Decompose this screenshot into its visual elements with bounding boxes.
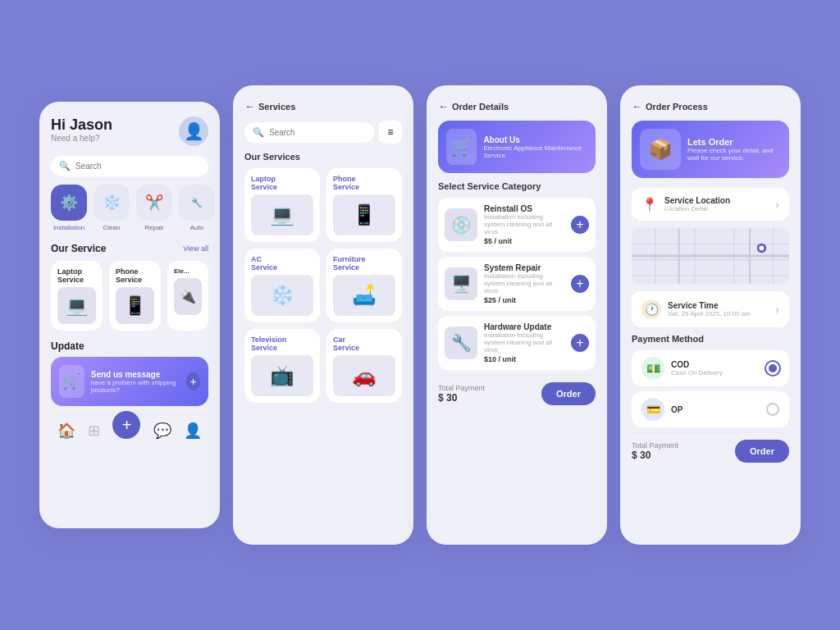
- service-ac[interactable]: ACService ❄️: [244, 249, 320, 322]
- page-title: Order Details: [452, 102, 509, 112]
- banner-desc: Please check your detail, and wait for o…: [687, 147, 781, 162]
- add-service-button[interactable]: +: [571, 334, 589, 352]
- service-television[interactable]: TelevisionService 📺: [244, 329, 320, 403]
- nav-profile[interactable]: 👤: [184, 422, 202, 440]
- service-furniture[interactable]: FurnitureService 🛋️: [326, 249, 402, 322]
- category-repair[interactable]: ✂️ Repair: [136, 185, 172, 231]
- service-item-price: $5 / unit: [484, 237, 564, 245]
- services-grid: LaptopService 💻 PhoneService 📱 ACService…: [244, 168, 402, 403]
- lets-order-banner: 📦 Lets Order Please check your detail, a…: [632, 121, 789, 178]
- filter-button[interactable]: ≡: [379, 121, 402, 144]
- service-item-name: Hardware Update: [484, 322, 564, 331]
- category-clean[interactable]: ❄️ Clean: [94, 185, 130, 231]
- service-car[interactable]: CarService 🚗: [326, 329, 402, 403]
- service-card-phone[interactable]: PhoneService 📱: [109, 261, 161, 331]
- category-label: Repair: [144, 224, 164, 231]
- update-action-button[interactable]: +: [186, 372, 200, 390]
- location-icon: 📍: [641, 197, 658, 212]
- nav-add-button[interactable]: +: [112, 411, 140, 439]
- total-payment-amount: $ 30: [438, 392, 485, 404]
- phone-image: 📱: [116, 287, 154, 324]
- view-all-link[interactable]: View all: [183, 244, 208, 253]
- cod-radio-selected[interactable]: [766, 362, 779, 375]
- back-button-process[interactable]: ← Order Process: [632, 100, 789, 112]
- service-card-laptop[interactable]: LaptopService 💻: [51, 261, 103, 331]
- service-location-row[interactable]: 📍 Service Location Location Detail ›: [632, 188, 789, 221]
- search-input-services[interactable]: [269, 128, 366, 137]
- service-name: Ele...: [174, 267, 202, 275]
- services-section-title: Our Services: [244, 152, 402, 162]
- order-bottom-bar: Total Payment $ 30 Order: [438, 375, 596, 405]
- category-installation[interactable]: ⚙️ Installation: [51, 185, 87, 231]
- back-arrow-icon: ←: [244, 100, 255, 112]
- service-item-name: Reinstall OS: [484, 204, 564, 213]
- service-name: LaptopService: [57, 267, 96, 284]
- screen-order-process: ← Order Process 📦 Lets Order Please chec…: [620, 85, 801, 545]
- laptop-card-image: 💻: [251, 194, 313, 235]
- back-button[interactable]: ← Services: [244, 100, 402, 112]
- update-desc: have a problem with shipping products?: [91, 379, 180, 394]
- category-label: Installation: [53, 224, 84, 231]
- order-button[interactable]: Order: [541, 382, 596, 405]
- payment-op[interactable]: 💳 OP: [632, 391, 789, 427]
- back-arrow-icon: ←: [438, 100, 449, 112]
- op-name: OP: [671, 405, 682, 414]
- op-info: 💳 OP: [641, 398, 682, 421]
- service-time-row[interactable]: 🕐 Service Time Sat, 29 April 2025, 10:00…: [632, 291, 789, 327]
- back-button-order[interactable]: ← Order Details: [438, 100, 596, 112]
- update-card[interactable]: 🛒 Send us message have a problem with sh…: [51, 357, 208, 406]
- our-service-header: Our Service View all: [51, 243, 208, 254]
- location-sub: Location Detail: [664, 205, 730, 212]
- search-bar-services[interactable]: 🔍: [244, 122, 374, 143]
- service-card-electronic[interactable]: Ele... 🔌: [167, 261, 208, 331]
- service-card-title: ACService: [251, 255, 313, 272]
- laptop-image: 💻: [57, 287, 96, 324]
- installation-icon: ⚙️: [60, 194, 78, 212]
- cod-text: COD Cash On Delivery: [671, 360, 723, 377]
- search-icon: 🔍: [59, 161, 71, 171]
- category-label: Auto: [190, 224, 203, 231]
- repair-icon: ✂️: [145, 194, 163, 212]
- clean-icon: ❄️: [103, 194, 121, 212]
- add-service-button[interactable]: +: [571, 216, 589, 234]
- repair-image: 🖥️: [445, 267, 477, 300]
- nav-home[interactable]: 🏠: [57, 422, 75, 440]
- service-item-name: System Repair: [484, 263, 564, 272]
- update-card-text: Send us message have a problem with ship…: [91, 370, 180, 394]
- category-auto[interactable]: 🔧 Auto: [179, 185, 215, 231]
- back-arrow-icon: ←: [632, 100, 642, 112]
- update-title: Update: [51, 340, 208, 352]
- time-title: Service Time: [668, 301, 751, 310]
- service-laptop[interactable]: LaptopService 💻: [244, 168, 320, 242]
- service-info: Hardware Update Installation including s…: [484, 322, 564, 363]
- service-phone[interactable]: PhoneService 📱: [326, 168, 402, 242]
- op-radio[interactable]: [766, 403, 779, 416]
- service-card-title: TelevisionService: [251, 336, 313, 352]
- bottom-navigation: 🏠 ⊞ + 💬 👤: [51, 414, 208, 440]
- avatar[interactable]: 👤: [179, 116, 208, 146]
- add-service-button[interactable]: +: [571, 275, 589, 293]
- payment-cod[interactable]: 💵 COD Cash On Delivery: [632, 350, 789, 386]
- service-info: Reinstall OS Installation including syst…: [484, 204, 564, 245]
- order-bottom-bar: Total Payment $ 30 Order: [632, 432, 789, 463]
- update-section: Update 🛒 Send us message have a problem …: [51, 340, 208, 406]
- search-input[interactable]: [75, 162, 200, 171]
- search-bar[interactable]: 🔍: [51, 156, 208, 176]
- tv-card-image: 📺: [251, 355, 313, 396]
- hardware-image: 🔧: [445, 326, 477, 359]
- total-payment-section: Total Payment $ 30: [438, 384, 485, 404]
- banner-desc: Electronic Appliance Maintenance Service: [483, 144, 587, 159]
- cod-info: 💵 COD Cash On Delivery: [641, 357, 723, 380]
- nav-grid[interactable]: ⊞: [88, 422, 100, 440]
- screen-home: Hi Jason Need a help? 👤 🔍 ⚙️ Installatio…: [39, 102, 220, 528]
- location-info: 📍 Service Location Location Detail: [641, 196, 730, 212]
- banner-text: About Us Electronic Appliance Maintenanc…: [483, 135, 587, 159]
- service-item-hardware[interactable]: 🔧 Hardware Update Installation including…: [438, 316, 596, 370]
- chevron-right-icon: ›: [775, 198, 779, 211]
- service-item-reinstall[interactable]: 💿 Reinstall OS Installation including sy…: [438, 198, 596, 252]
- service-item-repair[interactable]: 🖥️ System Repair Installation including …: [438, 257, 596, 311]
- nav-chat[interactable]: 💬: [153, 422, 171, 440]
- order-button[interactable]: Order: [735, 440, 789, 463]
- banner-image: 📦: [640, 129, 681, 170]
- svg-point-12: [760, 246, 765, 251]
